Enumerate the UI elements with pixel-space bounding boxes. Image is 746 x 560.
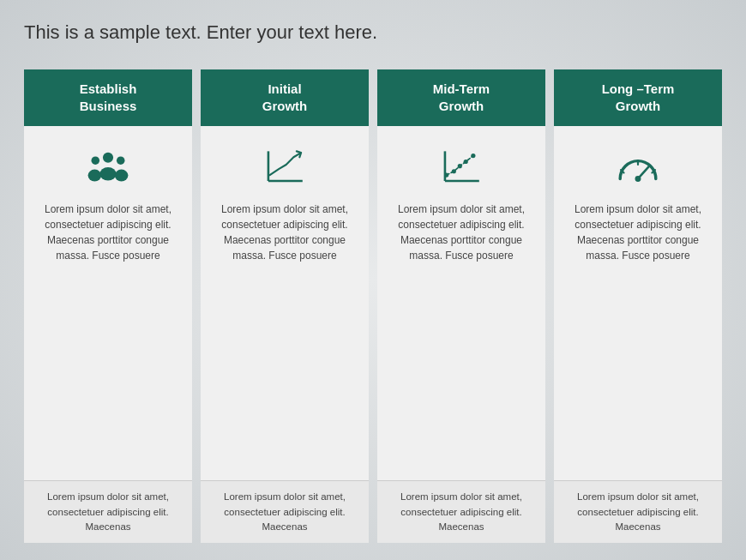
people-icon — [86, 142, 130, 193]
column-footer-midterm: Lorem ipsum dolor sit amet, consectetuer… — [377, 480, 545, 543]
column-header-initial: Initial Growth — [201, 69, 369, 126]
svg-point-2 — [117, 156, 125, 165]
svg-point-1 — [92, 156, 100, 165]
svg-point-13 — [464, 159, 468, 163]
chart-dot-icon — [439, 142, 484, 193]
column-establish: Establish Business Lorem ipsum dolor sit… — [24, 69, 192, 543]
column-body-text-longterm: Lorem ipsum dolor sit amet, consectetuer… — [564, 202, 712, 263]
svg-point-5 — [115, 169, 129, 181]
svg-point-14 — [471, 154, 475, 158]
column-header-midterm: Mid-Term Growth — [377, 69, 545, 126]
svg-point-3 — [99, 167, 116, 181]
column-body-midterm: Lorem ipsum dolor sit amet, consectetuer… — [377, 126, 545, 481]
title-area: This is a sample text. Enter your text h… — [24, 21, 722, 45]
column-midterm: Mid-Term Growth Lorem ipsum dolor sit am… — [377, 69, 545, 543]
column-header-longterm: Long –Term Growth — [554, 69, 722, 126]
column-body-text-establish: Lorem ipsum dolor sit amet, consectetuer… — [34, 202, 182, 263]
column-header-establish: Establish Business — [24, 69, 192, 126]
column-body-text-initial: Lorem ipsum dolor sit amet, consectetuer… — [211, 202, 358, 263]
svg-point-12 — [458, 164, 462, 168]
column-body-establish: Lorem ipsum dolor sit amet, consectetuer… — [24, 126, 192, 481]
column-longterm: Long –Term Growth Lorem ipsum dolor sit … — [554, 69, 722, 543]
main-title: This is a sample text. Enter your text h… — [24, 21, 722, 45]
column-footer-longterm: Lorem ipsum dolor sit amet, consectetuer… — [554, 480, 722, 543]
svg-point-19 — [635, 176, 641, 182]
svg-point-0 — [103, 152, 113, 162]
column-footer-establish: Lorem ipsum dolor sit amet, consectetuer… — [24, 480, 192, 543]
column-body-text-midterm: Lorem ipsum dolor sit amet, consectetuer… — [388, 202, 535, 263]
columns-container: Establish Business Lorem ipsum dolor sit… — [24, 69, 722, 543]
column-body-longterm: Lorem ipsum dolor sit amet, consectetuer… — [554, 126, 722, 481]
column-initial: Initial Growth Lorem ipsum dolor sit ame… — [201, 69, 369, 543]
svg-point-10 — [444, 172, 448, 177]
chart-up-icon — [262, 142, 307, 193]
svg-point-11 — [452, 169, 456, 173]
column-body-initial: Lorem ipsum dolor sit amet, consectetuer… — [201, 126, 369, 481]
svg-point-4 — [88, 169, 102, 181]
gauge-icon — [616, 142, 660, 193]
column-footer-initial: Lorem ipsum dolor sit amet, consectetuer… — [201, 480, 369, 543]
